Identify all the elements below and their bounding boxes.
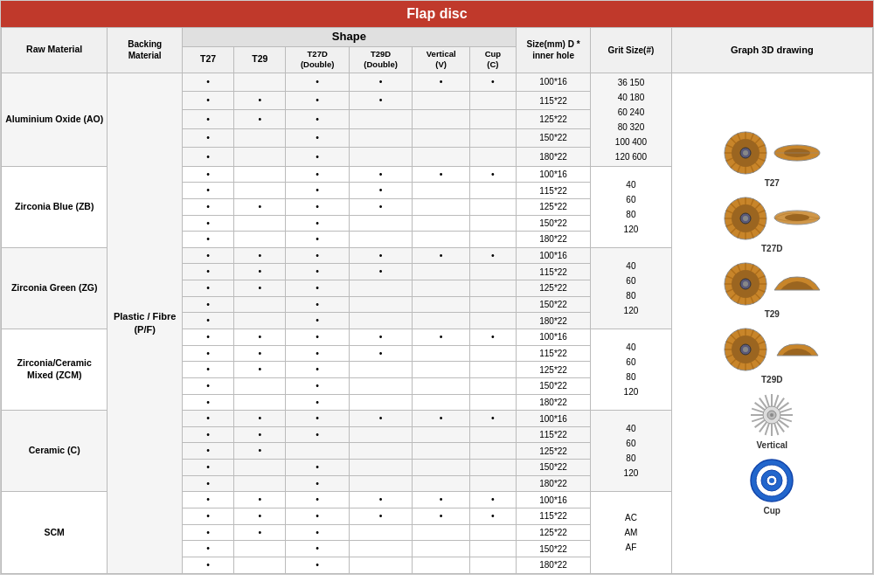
col-t27: • (182, 492, 233, 508)
col-cup (470, 377, 517, 394)
col-size: 115*22 (516, 508, 591, 525)
col-vertical (413, 426, 470, 443)
col-cup: • (470, 247, 517, 264)
col-cup (470, 475, 517, 492)
col-size: 115*22 (516, 264, 591, 280)
header-raw-material: Raw Material (2, 28, 108, 73)
col-t27d: • (286, 296, 349, 313)
raw-material-cell: Ceramic (C) (2, 411, 108, 492)
col-t29d: • (349, 183, 412, 199)
col-vertical (413, 264, 470, 280)
col-t29d (349, 110, 412, 128)
col-size: 150*22 (516, 377, 591, 394)
col-t27d: • (286, 166, 349, 183)
col-size: 150*22 (516, 460, 591, 476)
flap-disc-table: Raw Material Backing Material Shape Size… (1, 27, 873, 574)
col-cup (470, 313, 517, 329)
col-size: 100*16 (516, 329, 591, 345)
header-graph: Graph 3D drawing (671, 28, 873, 73)
col-t27: • (182, 313, 233, 329)
col-t29 (234, 73, 286, 91)
svg-point-69 (743, 347, 748, 352)
col-t27d (286, 443, 349, 460)
col-t29d (349, 280, 412, 297)
header-size: Size(mm) D * inner hole (516, 28, 591, 73)
col-size: 100*16 (516, 411, 591, 427)
col-t27d: • (286, 541, 349, 557)
col-vertical: • (413, 492, 470, 508)
col-t27: • (182, 426, 233, 443)
col-cup (470, 183, 517, 199)
col-t29 (234, 460, 286, 476)
col-size: 150*22 (516, 296, 591, 313)
header-grit-size: Grit Size(#) (591, 28, 671, 73)
col-cup (470, 362, 517, 378)
col-t29d (349, 475, 412, 492)
grit-size-cell: 36 15040 18060 24080 320100 400120 600 (591, 73, 671, 166)
col-cup (470, 264, 517, 280)
col-vertical: • (413, 73, 470, 91)
col-cup (470, 128, 517, 147)
col-t27: • (182, 329, 233, 345)
col-vertical (413, 296, 470, 313)
col-vertical (413, 110, 470, 128)
col-t29d: • (349, 264, 412, 280)
col-t29d: • (349, 508, 412, 525)
col-vertical (413, 475, 470, 492)
col-t29d (349, 296, 412, 313)
col-t27d: • (286, 247, 349, 264)
col-t27d: • (286, 362, 349, 378)
col-cup (470, 460, 517, 476)
col-size: 115*22 (516, 183, 591, 199)
col-t27d: • (286, 91, 349, 109)
col-vertical (413, 541, 470, 557)
col-t27d: • (286, 148, 349, 166)
grit-size-cell: 406080120 (591, 166, 671, 247)
col-t27: • (182, 411, 233, 427)
col-vertical (413, 232, 470, 248)
col-t27d: • (286, 264, 349, 280)
col-t29 (234, 557, 286, 573)
col-t29d: • (349, 166, 412, 183)
col-t27d: • (286, 110, 349, 128)
col-t29d (349, 557, 412, 573)
col-t27: • (182, 232, 233, 248)
col-t29d: • (349, 198, 412, 215)
col-vertical (413, 345, 470, 362)
col-size: 125*22 (516, 198, 591, 215)
col-vertical (413, 183, 470, 199)
svg-line-96 (752, 418, 763, 421)
col-t27: • (182, 475, 233, 492)
main-container: Flap disc Raw Material Backing Material … (0, 0, 874, 575)
col-cup (470, 91, 517, 109)
svg-point-26 (743, 216, 748, 221)
col-t29d: • (349, 492, 412, 508)
header-t29: T29 (234, 46, 286, 73)
col-t27d: • (286, 557, 349, 573)
col-cup (470, 296, 517, 313)
col-t27: • (182, 128, 233, 147)
col-t29 (234, 128, 286, 147)
col-size: 100*16 (516, 73, 591, 91)
header-cup: Cup(C) (470, 46, 517, 73)
col-t27: • (182, 110, 233, 128)
col-vertical: • (413, 166, 470, 183)
col-t27: • (182, 296, 233, 313)
col-t29 (234, 232, 286, 248)
col-t29d (349, 524, 412, 541)
svg-point-114 (769, 478, 774, 483)
col-cup (470, 110, 517, 128)
grit-size-cell: 406080120 (591, 411, 671, 492)
col-t29 (234, 541, 286, 557)
col-size: 125*22 (516, 362, 591, 378)
col-cup (470, 280, 517, 297)
col-t29 (234, 394, 286, 411)
col-size: 180*22 (516, 394, 591, 411)
col-t29d (349, 377, 412, 394)
grit-size-cell: 406080120 (591, 329, 671, 410)
col-t27: • (182, 377, 233, 394)
col-t29d (349, 541, 412, 557)
col-t29 (234, 148, 286, 166)
col-t29d: • (349, 345, 412, 362)
col-t27: • (182, 541, 233, 557)
